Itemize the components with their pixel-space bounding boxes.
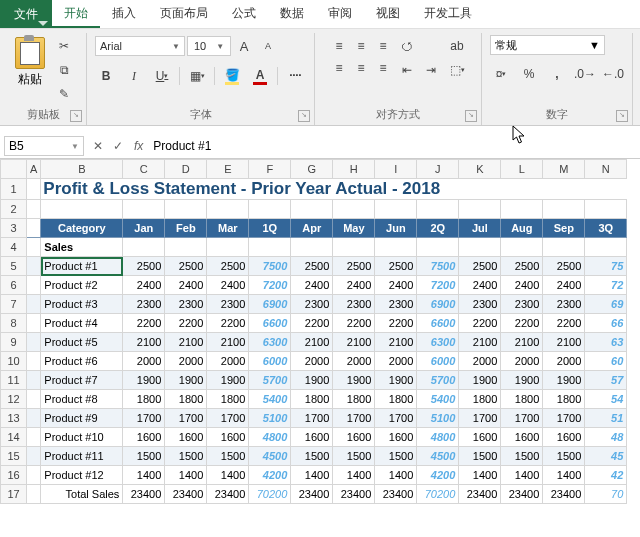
data-cell[interactable]: 2200 <box>123 314 165 333</box>
data-cell[interactable]: 5400 <box>249 390 291 409</box>
row-header[interactable]: 6 <box>1 276 27 295</box>
data-cell[interactable]: 7200 <box>249 276 291 295</box>
tab-开始[interactable]: 开始 <box>52 1 100 28</box>
total-cell[interactable]: 23400 <box>333 485 375 504</box>
row-header[interactable]: 5 <box>1 257 27 276</box>
data-cell[interactable]: 2400 <box>501 276 543 295</box>
data-cell[interactable]: 2500 <box>459 257 501 276</box>
data-cell[interactable]: 2300 <box>207 295 249 314</box>
formula-input[interactable] <box>149 136 640 156</box>
col-header-A[interactable]: A <box>27 160 41 179</box>
data-cell[interactable]: 2200 <box>165 314 207 333</box>
data-cell[interactable]: 1500 <box>291 447 333 466</box>
data-cell[interactable]: 6900 <box>417 295 459 314</box>
data-cell[interactable]: 66 <box>585 314 627 333</box>
col-header-L[interactable]: L <box>501 160 543 179</box>
data-cell[interactable]: 1700 <box>375 409 417 428</box>
tab-数据[interactable]: 数据 <box>268 1 316 28</box>
total-cell[interactable]: 70200 <box>249 485 291 504</box>
data-cell[interactable]: 2500 <box>165 257 207 276</box>
row-header[interactable]: 9 <box>1 333 27 352</box>
data-cell[interactable]: 42 <box>585 466 627 485</box>
data-cell[interactable]: 2100 <box>459 333 501 352</box>
data-cell[interactable]: 1600 <box>501 428 543 447</box>
data-cell[interactable]: 1600 <box>291 428 333 447</box>
cut-button[interactable]: ✂ <box>53 35 75 57</box>
data-cell[interactable]: 2500 <box>291 257 333 276</box>
data-cell[interactable]: 2000 <box>207 352 249 371</box>
increase-indent-button[interactable]: ⇥ <box>420 59 442 81</box>
data-cell[interactable]: 1800 <box>123 390 165 409</box>
col-header-B[interactable]: B <box>41 160 123 179</box>
table-header-cell[interactable]: Aug <box>501 219 543 238</box>
data-cell[interactable]: 54 <box>585 390 627 409</box>
row-header[interactable]: 11 <box>1 371 27 390</box>
data-cell[interactable]: 69 <box>585 295 627 314</box>
data-cell[interactable]: 1600 <box>123 428 165 447</box>
col-header-F[interactable]: F <box>249 160 291 179</box>
tab-页面布局[interactable]: 页面布局 <box>148 1 220 28</box>
data-cell[interactable]: 1500 <box>501 447 543 466</box>
row-header[interactable]: 4 <box>1 238 27 257</box>
data-cell[interactable]: 2100 <box>291 333 333 352</box>
table-header-cell[interactable]: Sep <box>543 219 585 238</box>
data-cell[interactable]: 1700 <box>207 409 249 428</box>
data-cell[interactable]: 1800 <box>501 390 543 409</box>
table-header-cell[interactable]: 2Q <box>417 219 459 238</box>
select-all-cell[interactable] <box>1 160 27 179</box>
total-cell[interactable]: 23400 <box>375 485 417 504</box>
col-header-C[interactable]: C <box>123 160 165 179</box>
product-name-cell[interactable]: Product #6 <box>41 352 123 371</box>
bold-button[interactable]: B <box>95 65 117 87</box>
data-cell[interactable]: 4200 <box>249 466 291 485</box>
table-header-cell[interactable]: 3Q <box>585 219 627 238</box>
data-cell[interactable]: 5100 <box>417 409 459 428</box>
row-header[interactable]: 2 <box>1 200 27 219</box>
col-header-M[interactable]: M <box>543 160 585 179</box>
data-cell[interactable]: 1400 <box>123 466 165 485</box>
align-left-button[interactable]: ≡ <box>328 57 350 79</box>
data-cell[interactable]: 5700 <box>417 371 459 390</box>
col-header-J[interactable]: J <box>417 160 459 179</box>
col-header-G[interactable]: G <box>291 160 333 179</box>
tab-审阅[interactable]: 审阅 <box>316 1 364 28</box>
data-cell[interactable]: 2200 <box>459 314 501 333</box>
data-cell[interactable]: 6900 <box>249 295 291 314</box>
row-header[interactable]: 8 <box>1 314 27 333</box>
merge-button[interactable]: ⬚▾ <box>446 59 468 81</box>
paste-button[interactable]: 粘贴 <box>11 35 49 90</box>
font-size-combo[interactable]: 10 ▼ <box>187 36 231 56</box>
data-cell[interactable]: 6600 <box>249 314 291 333</box>
data-cell[interactable]: 2500 <box>543 257 585 276</box>
data-cell[interactable]: 2500 <box>207 257 249 276</box>
data-cell[interactable]: 72 <box>585 276 627 295</box>
shrink-font-button[interactable]: A <box>257 35 279 57</box>
data-cell[interactable]: 2300 <box>165 295 207 314</box>
col-header-D[interactable]: D <box>165 160 207 179</box>
align-bottom-button[interactable]: ≡ <box>372 35 394 57</box>
data-cell[interactable]: 1800 <box>543 390 585 409</box>
data-cell[interactable]: 1500 <box>207 447 249 466</box>
product-name-cell[interactable]: Product #9 <box>41 409 123 428</box>
total-cell[interactable]: 23400 <box>207 485 249 504</box>
data-cell[interactable]: 2000 <box>165 352 207 371</box>
data-cell[interactable]: 2300 <box>333 295 375 314</box>
total-cell[interactable]: 23400 <box>501 485 543 504</box>
name-box[interactable]: B5 ▼ <box>4 136 84 156</box>
data-cell[interactable]: 2200 <box>333 314 375 333</box>
data-cell[interactable]: 1900 <box>501 371 543 390</box>
fill-color-button[interactable]: 🪣 <box>221 65 243 87</box>
data-cell[interactable]: 1800 <box>207 390 249 409</box>
data-cell[interactable]: 2000 <box>123 352 165 371</box>
product-name-cell[interactable]: Product #1 <box>41 257 123 276</box>
row-header[interactable]: 13 <box>1 409 27 428</box>
data-cell[interactable]: 2400 <box>459 276 501 295</box>
data-cell[interactable]: 5700 <box>249 371 291 390</box>
product-name-cell[interactable]: Product #12 <box>41 466 123 485</box>
data-cell[interactable]: 2100 <box>333 333 375 352</box>
data-cell[interactable]: 1400 <box>501 466 543 485</box>
data-cell[interactable]: 2400 <box>333 276 375 295</box>
data-cell[interactable]: 2300 <box>291 295 333 314</box>
data-cell[interactable]: 1400 <box>543 466 585 485</box>
data-cell[interactable]: 2400 <box>123 276 165 295</box>
